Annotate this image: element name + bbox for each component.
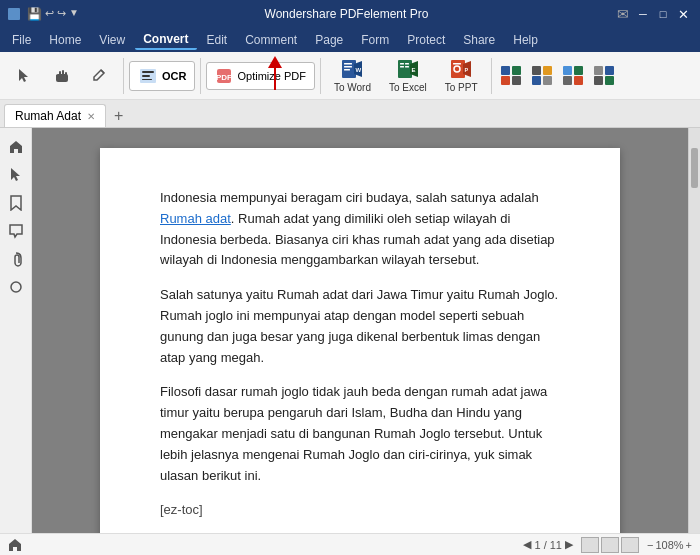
left-sidebar <box>0 128 32 533</box>
more-convert-button-1[interactable] <box>497 62 526 89</box>
svg-rect-14 <box>344 66 352 68</box>
sep4 <box>491 58 492 94</box>
ocr-label: OCR <box>162 70 186 82</box>
svg-rect-7 <box>142 71 154 73</box>
menu-convert[interactable]: Convert <box>135 30 196 50</box>
dropdown-icon[interactable]: ▼ <box>69 7 79 21</box>
menu-file[interactable]: File <box>4 31 39 49</box>
svg-rect-15 <box>344 69 350 71</box>
more-convert-button-2[interactable] <box>528 62 557 89</box>
redo-icon[interactable]: ↪ <box>57 7 66 21</box>
tab-rumah-adat[interactable]: Rumah Adat ✕ <box>4 104 106 127</box>
svg-rect-3 <box>65 72 67 77</box>
cursor-sidebar-icon[interactable] <box>5 164 27 186</box>
cursor-icon <box>13 65 35 87</box>
rumah-adat-link[interactable]: Rumah adat <box>160 211 231 226</box>
ocr-icon <box>138 66 158 86</box>
circle-sidebar-icon[interactable] <box>5 276 27 298</box>
svg-rect-22 <box>405 66 409 68</box>
home-sidebar-icon[interactable] <box>5 136 27 158</box>
more-convert-button-4[interactable] <box>590 62 619 89</box>
menu-protect[interactable]: Protect <box>399 31 453 49</box>
maximize-button[interactable]: □ <box>654 5 672 23</box>
to-word-label: To Word <box>334 82 371 93</box>
sep3 <box>320 58 321 94</box>
menu-home[interactable]: Home <box>41 31 89 49</box>
app-icon <box>8 8 20 20</box>
close-button[interactable]: ✕ <box>674 5 692 23</box>
svg-rect-1 <box>59 71 61 77</box>
window-controls: ✉ ─ □ ✕ <box>614 5 692 23</box>
edit-text-button[interactable] <box>82 62 118 90</box>
single-page-view-button[interactable] <box>581 537 599 553</box>
zoom-controls: − 108% + <box>647 539 692 551</box>
main-layout: Indonesia mempunyai beragam ciri budaya,… <box>0 128 700 533</box>
optimize-pdf-button[interactable]: PDF Optimize PDF <box>206 62 314 90</box>
undo-icon[interactable]: ↩ <box>45 7 54 21</box>
to-excel-button[interactable]: E To Excel <box>381 54 435 97</box>
document-area: Indonesia mempunyai beragam ciri budaya,… <box>32 128 688 533</box>
svg-rect-13 <box>344 63 352 65</box>
svg-rect-4 <box>56 75 59 80</box>
svg-rect-20 <box>405 63 409 65</box>
zoom-in-button[interactable]: + <box>686 539 692 551</box>
svg-text:W: W <box>356 67 362 73</box>
double-page-view-button[interactable] <box>601 537 619 553</box>
to-word-button[interactable]: W To Word <box>326 54 379 97</box>
title-bar: 💾 ↩ ↪ ▼ Wondershare PDFelement Pro ✉ ─ □… <box>0 0 700 28</box>
menu-page[interactable]: Page <box>307 31 351 49</box>
bookmark-sidebar-icon[interactable] <box>5 192 27 214</box>
menu-comment[interactable]: Comment <box>237 31 305 49</box>
comment-sidebar-icon[interactable] <box>5 220 27 242</box>
select-tool-button[interactable] <box>6 62 42 90</box>
next-page-button[interactable]: ▶ <box>565 538 573 551</box>
email-icon[interactable]: ✉ <box>614 5 632 23</box>
page-info: 1 / 11 <box>534 539 562 551</box>
to-ppt-icon: P <box>450 58 472 80</box>
zoom-out-button[interactable]: − <box>647 539 653 551</box>
menu-bar: File Home View Convert Edit Comment Page… <box>0 28 700 52</box>
tab-bar: Rumah Adat ✕ + <box>0 100 700 128</box>
menu-view[interactable]: View <box>91 31 133 49</box>
title-bar-left: 💾 ↩ ↪ ▼ <box>8 7 79 21</box>
status-bar: ◀ 1 / 11 ▶ − 108% + <box>0 533 700 555</box>
svg-text:E: E <box>411 67 415 73</box>
menu-share[interactable]: Share <box>455 31 503 49</box>
svg-point-30 <box>11 282 21 292</box>
new-tab-button[interactable]: + <box>108 105 129 127</box>
svg-rect-18 <box>398 60 412 78</box>
menu-edit[interactable]: Edit <box>199 31 236 49</box>
toolbar: OCR PDF Optimize PDF W <box>0 52 700 100</box>
ocr-button[interactable]: OCR <box>129 61 195 91</box>
to-ppt-label: To PPT <box>445 82 478 93</box>
optimize-label: Optimize PDF <box>237 70 305 82</box>
paragraph-1: Indonesia mempunyai beragam ciri budaya,… <box>160 188 560 271</box>
save-icon[interactable]: 💾 <box>27 7 42 21</box>
attachment-sidebar-icon[interactable] <box>5 248 27 270</box>
hand-icon <box>51 65 73 87</box>
edit-icon <box>89 65 111 87</box>
svg-rect-21 <box>400 66 404 68</box>
minimize-button[interactable]: ─ <box>634 5 652 23</box>
sep1 <box>123 58 124 94</box>
svg-text:PDF: PDF <box>216 73 232 82</box>
more-convert-button-3[interactable] <box>559 62 588 89</box>
to-ppt-button[interactable]: P To PPT <box>437 54 486 97</box>
to-excel-icon: E <box>397 58 419 80</box>
svg-line-5 <box>101 70 104 73</box>
svg-rect-26 <box>453 63 461 65</box>
window-title: Wondershare PDFelement Pro <box>79 7 614 21</box>
paragraph-3: Filosofi dasar rumah joglo tidak jauh be… <box>160 382 560 486</box>
svg-rect-25 <box>451 60 465 78</box>
home-status-icon <box>8 538 22 552</box>
continuous-view-button[interactable] <box>621 537 639 553</box>
svg-text:P: P <box>465 67 469 73</box>
menu-help[interactable]: Help <box>505 31 546 49</box>
scrollbar[interactable] <box>688 128 700 533</box>
status-right: ◀ 1 / 11 ▶ − 108% + <box>523 537 692 553</box>
prev-page-button[interactable]: ◀ <box>523 538 531 551</box>
tab-close-button[interactable]: ✕ <box>87 111 95 122</box>
hand-tool-button[interactable] <box>44 62 80 90</box>
menu-form[interactable]: Form <box>353 31 397 49</box>
svg-rect-9 <box>142 79 152 80</box>
